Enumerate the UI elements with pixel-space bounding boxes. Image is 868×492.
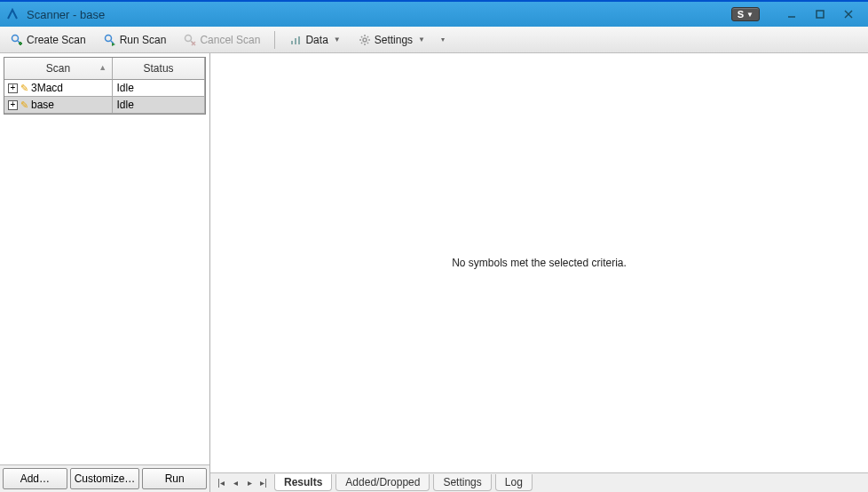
settings-label: Settings bbox=[375, 34, 413, 46]
cancel-scan-label: Cancel Scan bbox=[200, 34, 260, 46]
column-header-scan-label: Scan bbox=[46, 62, 70, 75]
scan-name-cell: + ✎ base bbox=[4, 97, 113, 113]
svg-point-17 bbox=[363, 38, 367, 42]
add-button[interactable]: Add… bbox=[3, 468, 67, 489]
svg-rect-14 bbox=[291, 41, 293, 44]
dropdown-caret-icon: ▼ bbox=[334, 36, 341, 44]
maximize-button[interactable] bbox=[806, 5, 834, 23]
scan-icon: ✎ bbox=[20, 99, 28, 111]
data-label: Data bbox=[305, 34, 327, 46]
scan-name-label: base bbox=[31, 99, 54, 111]
tab-added-dropped[interactable]: Added/Dropped bbox=[335, 474, 430, 491]
svg-point-4 bbox=[12, 35, 19, 41]
table-row[interactable]: + ✎ 3Macd Idle bbox=[4, 80, 205, 97]
main-area: Scan ▲ Status + ✎ 3Macd Idle + bbox=[0, 53, 868, 492]
svg-point-10 bbox=[185, 35, 192, 41]
scan-name-cell: + ✎ 3Macd bbox=[4, 80, 113, 96]
svg-rect-1 bbox=[817, 11, 824, 18]
data-button[interactable]: Data ▼ bbox=[282, 31, 347, 49]
column-header-status-label: Status bbox=[144, 62, 174, 75]
results-empty-message: No symbols met the selected criteria. bbox=[452, 257, 627, 269]
tab-log[interactable]: Log bbox=[495, 474, 533, 491]
run-scan-icon bbox=[104, 34, 116, 46]
run-scan-label: Run Scan bbox=[120, 34, 167, 46]
tab-settings-label: Settings bbox=[443, 476, 481, 488]
scan-icon: ✎ bbox=[20, 83, 28, 94]
scan-list-pane: Scan ▲ Status + ✎ 3Macd Idle + bbox=[0, 53, 210, 492]
svg-rect-15 bbox=[295, 38, 296, 44]
add-button-label: Add… bbox=[20, 472, 50, 485]
scan-status-cell: Idle bbox=[113, 97, 205, 113]
scan-list-buttons: Add… Customize… Run bbox=[0, 464, 209, 492]
scan-table: Scan ▲ Status + ✎ 3Macd Idle + bbox=[4, 57, 206, 115]
create-scan-label: Create Scan bbox=[27, 34, 86, 46]
app-icon bbox=[5, 7, 20, 21]
svg-line-22 bbox=[361, 36, 362, 37]
table-header-row: Scan ▲ Status bbox=[4, 58, 205, 80]
toolbar-separator bbox=[274, 31, 275, 49]
results-pane: No symbols met the selected criteria. |◂… bbox=[210, 53, 868, 492]
tab-results-label: Results bbox=[284, 476, 322, 488]
svg-point-8 bbox=[105, 35, 111, 41]
tab-settings[interactable]: Settings bbox=[433, 474, 491, 491]
tab-added-dropped-label: Added/Dropped bbox=[345, 476, 420, 488]
scan-name-label: 3Macd bbox=[31, 82, 63, 94]
close-button[interactable] bbox=[834, 5, 863, 23]
window-title: Scanner - base bbox=[27, 8, 731, 21]
settings-icon bbox=[359, 34, 371, 46]
expand-icon[interactable]: + bbox=[8, 100, 18, 110]
scan-status-label: Idle bbox=[116, 99, 133, 111]
table-row[interactable]: + ✎ base Idle bbox=[4, 97, 205, 114]
create-scan-icon bbox=[11, 34, 23, 46]
run-scan-button[interactable]: Run Scan bbox=[97, 31, 174, 49]
dropdown-caret-icon: ▼ bbox=[418, 36, 425, 44]
svg-line-24 bbox=[361, 42, 362, 43]
cancel-scan-button[interactable]: Cancel Scan bbox=[177, 31, 267, 49]
minimize-button[interactable] bbox=[777, 5, 806, 23]
svg-line-25 bbox=[367, 36, 368, 37]
column-header-scan[interactable]: Scan ▲ bbox=[4, 58, 113, 80]
run-button-label: Run bbox=[165, 472, 185, 485]
data-icon bbox=[289, 34, 302, 46]
column-header-status[interactable]: Status bbox=[113, 58, 205, 80]
tab-log-label: Log bbox=[505, 476, 523, 488]
results-area: No symbols met the selected criteria. bbox=[210, 53, 868, 472]
tab-results[interactable]: Results bbox=[274, 474, 332, 491]
nav-first-icon[interactable]: |◂ bbox=[214, 476, 228, 490]
customize-button[interactable]: Customize… bbox=[70, 468, 140, 489]
title-bar: Scanner - base S ▼ bbox=[0, 2, 868, 27]
cancel-scan-icon bbox=[184, 34, 196, 46]
scan-status-cell: Idle bbox=[113, 80, 205, 96]
workspace-badge[interactable]: S ▼ bbox=[731, 7, 760, 21]
caret-down-icon: ▼ bbox=[746, 11, 754, 19]
sort-asc-icon: ▲ bbox=[99, 63, 107, 72]
run-button[interactable]: Run bbox=[142, 468, 207, 489]
results-tab-bar: |◂ ◂ ▸ ▸| Results Added/Dropped Settings… bbox=[210, 472, 868, 492]
nav-prev-icon[interactable]: ◂ bbox=[228, 476, 242, 490]
settings-button[interactable]: Settings ▼ bbox=[351, 31, 432, 49]
scan-status-label: Idle bbox=[116, 82, 133, 94]
customize-button-label: Customize… bbox=[75, 472, 136, 485]
toolbar: Create Scan Run Scan Cancel Scan Data ▼ … bbox=[0, 27, 868, 53]
svg-line-23 bbox=[367, 42, 368, 43]
nav-last-icon[interactable]: ▸| bbox=[256, 476, 271, 490]
dropdown-caret-icon: ▾ bbox=[441, 36, 445, 44]
scan-list-empty-area bbox=[0, 115, 209, 464]
expand-icon[interactable]: + bbox=[8, 83, 18, 93]
create-scan-button[interactable]: Create Scan bbox=[4, 31, 93, 49]
workspace-badge-label: S bbox=[738, 9, 744, 20]
overflow-button[interactable]: ▾ bbox=[436, 33, 448, 46]
svg-rect-16 bbox=[298, 36, 300, 44]
nav-next-icon[interactable]: ▸ bbox=[242, 476, 256, 490]
